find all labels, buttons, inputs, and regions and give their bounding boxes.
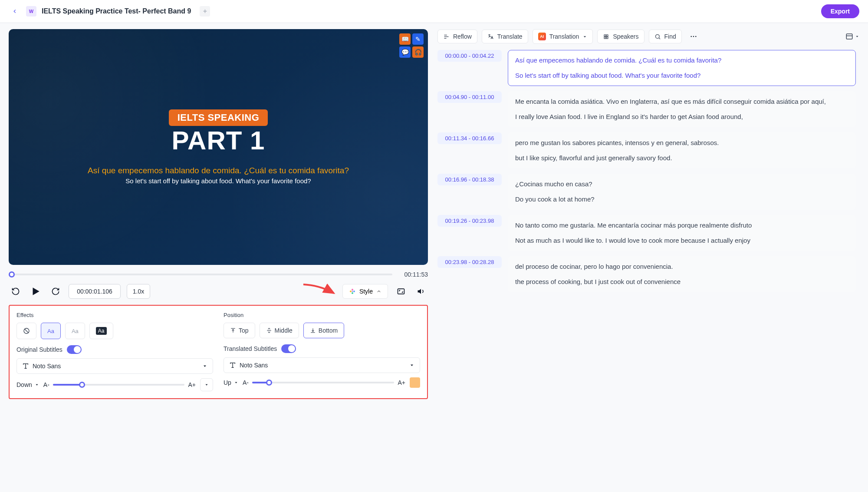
timestamp-chip[interactable]: 00:04.90 - 00:11.00: [437, 91, 502, 103]
timestamp-chip[interactable]: 00:11.34 - 00:16.66: [437, 132, 502, 144]
original-direction-select[interactable]: Down: [16, 381, 39, 388]
timestamp-chip[interactable]: 00:23.98 - 00:28.28: [437, 256, 502, 268]
translation-dropdown[interactable]: AI Translation: [533, 29, 593, 44]
export-button[interactable]: Export: [821, 4, 859, 18]
transcript-line: No tanto como me gustaría. Me encantaría…: [515, 221, 848, 231]
align-top-icon: [230, 327, 236, 334]
back-button[interactable]: [9, 5, 21, 17]
subtitle-translated: Así que empecemos hablando de comida. ¿C…: [75, 165, 362, 176]
effect-box[interactable]: Aa: [89, 323, 113, 339]
original-size-slider[interactable]: [53, 384, 185, 386]
svg-line-34: [659, 38, 660, 39]
svg-rect-29: [605, 35, 606, 36]
more-button[interactable]: [686, 29, 701, 44]
position-title: Position: [224, 312, 420, 318]
progress-thumb[interactable]: [9, 271, 15, 277]
progress-bar[interactable]: [9, 274, 392, 275]
position-middle[interactable]: Middle: [260, 323, 299, 338]
svg-rect-32: [607, 37, 608, 39]
translate-button[interactable]: Translate: [482, 30, 528, 43]
chevron-up-icon: [376, 289, 381, 294]
original-extra-select[interactable]: [200, 378, 213, 391]
svg-point-33: [655, 34, 659, 38]
video-pill: IELTS SPEAKING: [169, 109, 268, 126]
original-font-select[interactable]: Noto Sans: [16, 358, 213, 374]
svg-point-37: [695, 36, 697, 37]
chevron-down-icon: [582, 34, 587, 39]
transcript-row[interactable]: 00:00.00 - 00:04.22Así que empecemos hab…: [437, 50, 856, 86]
chevron-down-icon: [409, 363, 414, 368]
svg-marker-40: [856, 36, 858, 37]
position-bottom[interactable]: Bottom: [303, 323, 344, 338]
original-subtitles-toggle[interactable]: [67, 345, 82, 354]
effect-shadow[interactable]: Aa: [65, 323, 85, 339]
a-plus-label: A+: [188, 381, 196, 388]
position-top[interactable]: Top: [224, 323, 255, 338]
transcript-toolbar: Reflow Translate AI Translation Speakers: [437, 29, 859, 44]
transcript-line: Me encanta la comida asiática. Vivo en I…: [515, 97, 848, 107]
add-tab-button[interactable]: +: [200, 6, 210, 17]
rewind-icon: [11, 287, 20, 296]
transcript-row[interactable]: 00:19.26 - 00:23.98No tanto como me gust…: [437, 215, 856, 251]
chevron-down-icon: [234, 380, 238, 385]
transcript-row[interactable]: 00:04.90 - 00:11.00Me encanta la comida …: [437, 91, 856, 127]
video-preview[interactable]: 📖 ✎ 💬 🎧 IELTS SPEAKING PART 1 Así que em…: [9, 29, 428, 265]
effect-none[interactable]: [16, 323, 36, 339]
translated-subtitles-toggle[interactable]: [281, 344, 296, 353]
pen-icon: ✎: [412, 33, 424, 45]
transcript-body[interactable]: Así que empecemos hablando de comida. ¿C…: [508, 50, 856, 86]
slider-thumb[interactable]: [79, 382, 85, 388]
play-button[interactable]: [29, 284, 43, 298]
transcript-row[interactable]: 00:23.98 - 00:28.28del proceso de cocina…: [437, 256, 856, 292]
svg-marker-8: [418, 289, 421, 294]
transcript-body[interactable]: No tanto como me gustaría. Me encantaría…: [508, 215, 856, 251]
playback-speed[interactable]: 1.0x: [127, 284, 150, 299]
color-swatch[interactable]: [410, 377, 420, 388]
style-button[interactable]: Style: [342, 284, 388, 299]
slider-thumb[interactable]: [266, 380, 272, 386]
svg-point-2: [352, 289, 353, 291]
translated-direction-select[interactable]: Up: [224, 379, 238, 386]
transcript-body[interactable]: ¿Cocinas mucho en casa?Do you cook a lot…: [508, 174, 856, 210]
timestamp-chip[interactable]: 00:00.00 - 00:04.22: [437, 50, 502, 62]
annotation-arrow: [306, 284, 336, 298]
svg-rect-31: [605, 37, 606, 39]
transcript-body[interactable]: Me encanta la comida asiática. Vivo en I…: [508, 91, 856, 127]
timestamp-chip[interactable]: 00:19.26 - 00:23.98: [437, 215, 502, 227]
left-pane: 📖 ✎ 💬 🎧 IELTS SPEAKING PART 1 Así que em…: [0, 23, 434, 492]
svg-marker-14: [36, 384, 38, 386]
badge-grid: 📖 ✎ 💬 🎧: [399, 33, 424, 58]
forward-button[interactable]: [49, 284, 62, 298]
translated-font-name: Noto Sans: [240, 362, 268, 369]
video-main-title: PART 1: [172, 128, 265, 154]
svg-marker-24: [235, 382, 237, 383]
chevron-down-icon: [855, 34, 859, 39]
transcript-line: ¿Cocinas mucho en casa?: [515, 179, 848, 189]
find-button[interactable]: Find: [649, 30, 682, 43]
play-icon: [30, 286, 41, 297]
view-toggle[interactable]: [845, 33, 859, 40]
current-time-input[interactable]: 00:00:01.106: [69, 284, 121, 299]
align-bottom-icon: [310, 327, 316, 334]
fullscreen-button[interactable]: [394, 284, 408, 298]
volume-button[interactable]: [414, 284, 428, 298]
translated-size-slider[interactable]: [252, 382, 395, 383]
layout-icon: [845, 33, 853, 40]
rewind-button[interactable]: [9, 284, 23, 298]
timestamp-chip[interactable]: 00:16.96 - 00:18.38: [437, 174, 502, 185]
transcript-row[interactable]: 00:16.96 - 00:18.38¿Cocinas mucho en cas…: [437, 174, 856, 210]
transcript-list[interactable]: 00:00.00 - 00:04.22Así que empecemos hab…: [437, 50, 859, 486]
svg-rect-7: [398, 289, 404, 294]
transcript-body[interactable]: del proceso de cocinar, pero lo hago por…: [508, 256, 856, 292]
transcript-line: pero me gustan los sabores picantes, int…: [515, 138, 848, 148]
transcript-line: Así que empecemos hablando de comida. ¿C…: [515, 56, 848, 66]
total-duration: 00:11:53: [398, 271, 428, 278]
transcript-row[interactable]: 00:11.34 - 00:16.66pero me gustan los sa…: [437, 132, 856, 168]
effect-outline[interactable]: Aa: [41, 323, 61, 339]
transcript-body[interactable]: pero me gustan los sabores picantes, int…: [508, 132, 856, 168]
speakers-button[interactable]: Speakers: [597, 30, 644, 43]
reflow-button[interactable]: Reflow: [437, 30, 477, 43]
svg-marker-0: [33, 288, 39, 295]
search-icon: [654, 33, 661, 40]
translated-font-select[interactable]: Noto Sans: [224, 357, 420, 373]
